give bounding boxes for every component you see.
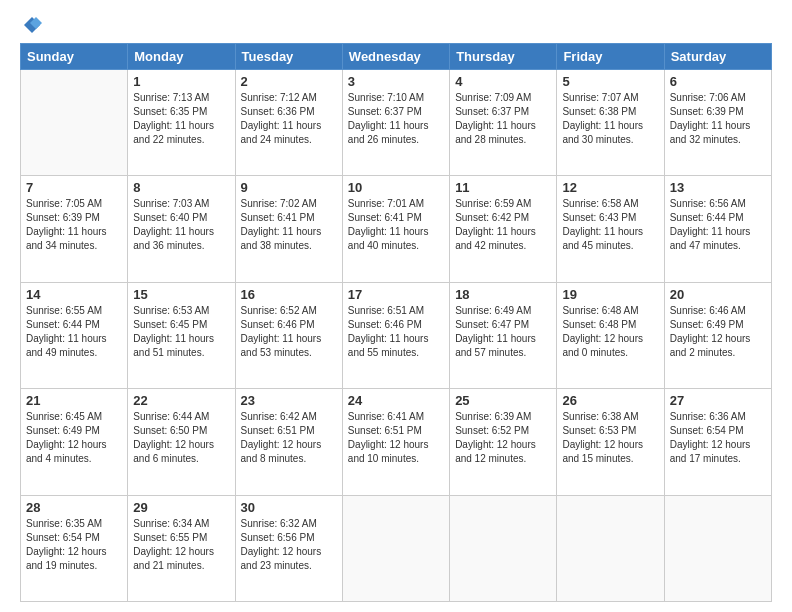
calendar-cell: 5Sunrise: 7:07 AM Sunset: 6:38 PM Daylig… xyxy=(557,70,664,176)
calendar-cell xyxy=(664,495,771,601)
calendar-cell: 20Sunrise: 6:46 AM Sunset: 6:49 PM Dayli… xyxy=(664,282,771,388)
day-info: Sunrise: 7:10 AM Sunset: 6:37 PM Dayligh… xyxy=(348,91,444,147)
day-info: Sunrise: 7:09 AM Sunset: 6:37 PM Dayligh… xyxy=(455,91,551,147)
day-info: Sunrise: 6:56 AM Sunset: 6:44 PM Dayligh… xyxy=(670,197,766,253)
day-number: 18 xyxy=(455,287,551,302)
day-number: 14 xyxy=(26,287,122,302)
weekday-header-tuesday: Tuesday xyxy=(235,44,342,70)
day-number: 4 xyxy=(455,74,551,89)
calendar-cell: 25Sunrise: 6:39 AM Sunset: 6:52 PM Dayli… xyxy=(450,389,557,495)
day-info: Sunrise: 6:36 AM Sunset: 6:54 PM Dayligh… xyxy=(670,410,766,466)
calendar-cell: 28Sunrise: 6:35 AM Sunset: 6:54 PM Dayli… xyxy=(21,495,128,601)
day-number: 22 xyxy=(133,393,229,408)
calendar-cell: 13Sunrise: 6:56 AM Sunset: 6:44 PM Dayli… xyxy=(664,176,771,282)
day-info: Sunrise: 6:41 AM Sunset: 6:51 PM Dayligh… xyxy=(348,410,444,466)
day-number: 27 xyxy=(670,393,766,408)
calendar-cell: 15Sunrise: 6:53 AM Sunset: 6:45 PM Dayli… xyxy=(128,282,235,388)
calendar-cell: 3Sunrise: 7:10 AM Sunset: 6:37 PM Daylig… xyxy=(342,70,449,176)
week-row-2: 7Sunrise: 7:05 AM Sunset: 6:39 PM Daylig… xyxy=(21,176,772,282)
day-info: Sunrise: 7:01 AM Sunset: 6:41 PM Dayligh… xyxy=(348,197,444,253)
day-number: 24 xyxy=(348,393,444,408)
calendar-cell: 4Sunrise: 7:09 AM Sunset: 6:37 PM Daylig… xyxy=(450,70,557,176)
day-number: 19 xyxy=(562,287,658,302)
weekday-header-saturday: Saturday xyxy=(664,44,771,70)
day-info: Sunrise: 6:39 AM Sunset: 6:52 PM Dayligh… xyxy=(455,410,551,466)
calendar-cell: 11Sunrise: 6:59 AM Sunset: 6:42 PM Dayli… xyxy=(450,176,557,282)
day-number: 7 xyxy=(26,180,122,195)
logo xyxy=(20,15,42,35)
calendar-cell xyxy=(557,495,664,601)
day-info: Sunrise: 6:52 AM Sunset: 6:46 PM Dayligh… xyxy=(241,304,337,360)
day-number: 13 xyxy=(670,180,766,195)
day-info: Sunrise: 7:05 AM Sunset: 6:39 PM Dayligh… xyxy=(26,197,122,253)
day-number: 16 xyxy=(241,287,337,302)
calendar-cell xyxy=(450,495,557,601)
calendar-cell: 27Sunrise: 6:36 AM Sunset: 6:54 PM Dayli… xyxy=(664,389,771,495)
day-number: 2 xyxy=(241,74,337,89)
calendar-cell: 18Sunrise: 6:49 AM Sunset: 6:47 PM Dayli… xyxy=(450,282,557,388)
calendar-cell: 17Sunrise: 6:51 AM Sunset: 6:46 PM Dayli… xyxy=(342,282,449,388)
calendar-cell: 8Sunrise: 7:03 AM Sunset: 6:40 PM Daylig… xyxy=(128,176,235,282)
week-row-1: 1Sunrise: 7:13 AM Sunset: 6:35 PM Daylig… xyxy=(21,70,772,176)
day-number: 23 xyxy=(241,393,337,408)
header xyxy=(20,15,772,35)
calendar-cell: 16Sunrise: 6:52 AM Sunset: 6:46 PM Dayli… xyxy=(235,282,342,388)
weekday-header-friday: Friday xyxy=(557,44,664,70)
day-info: Sunrise: 6:53 AM Sunset: 6:45 PM Dayligh… xyxy=(133,304,229,360)
day-number: 9 xyxy=(241,180,337,195)
calendar-cell: 30Sunrise: 6:32 AM Sunset: 6:56 PM Dayli… xyxy=(235,495,342,601)
weekday-header-thursday: Thursday xyxy=(450,44,557,70)
day-info: Sunrise: 6:46 AM Sunset: 6:49 PM Dayligh… xyxy=(670,304,766,360)
day-info: Sunrise: 6:45 AM Sunset: 6:49 PM Dayligh… xyxy=(26,410,122,466)
day-number: 26 xyxy=(562,393,658,408)
calendar-table: SundayMondayTuesdayWednesdayThursdayFrid… xyxy=(20,43,772,602)
page: SundayMondayTuesdayWednesdayThursdayFrid… xyxy=(0,0,792,612)
day-number: 6 xyxy=(670,74,766,89)
day-number: 12 xyxy=(562,180,658,195)
day-info: Sunrise: 7:07 AM Sunset: 6:38 PM Dayligh… xyxy=(562,91,658,147)
day-number: 21 xyxy=(26,393,122,408)
day-info: Sunrise: 7:03 AM Sunset: 6:40 PM Dayligh… xyxy=(133,197,229,253)
weekday-header-monday: Monday xyxy=(128,44,235,70)
day-number: 20 xyxy=(670,287,766,302)
calendar-cell: 1Sunrise: 7:13 AM Sunset: 6:35 PM Daylig… xyxy=(128,70,235,176)
day-number: 5 xyxy=(562,74,658,89)
calendar-cell: 10Sunrise: 7:01 AM Sunset: 6:41 PM Dayli… xyxy=(342,176,449,282)
calendar-cell xyxy=(21,70,128,176)
day-number: 8 xyxy=(133,180,229,195)
week-row-5: 28Sunrise: 6:35 AM Sunset: 6:54 PM Dayli… xyxy=(21,495,772,601)
day-info: Sunrise: 7:12 AM Sunset: 6:36 PM Dayligh… xyxy=(241,91,337,147)
day-info: Sunrise: 6:32 AM Sunset: 6:56 PM Dayligh… xyxy=(241,517,337,573)
calendar-cell: 24Sunrise: 6:41 AM Sunset: 6:51 PM Dayli… xyxy=(342,389,449,495)
calendar-cell: 7Sunrise: 7:05 AM Sunset: 6:39 PM Daylig… xyxy=(21,176,128,282)
calendar-cell: 21Sunrise: 6:45 AM Sunset: 6:49 PM Dayli… xyxy=(21,389,128,495)
calendar-cell: 2Sunrise: 7:12 AM Sunset: 6:36 PM Daylig… xyxy=(235,70,342,176)
calendar-cell: 9Sunrise: 7:02 AM Sunset: 6:41 PM Daylig… xyxy=(235,176,342,282)
calendar-cell: 6Sunrise: 7:06 AM Sunset: 6:39 PM Daylig… xyxy=(664,70,771,176)
calendar-cell: 19Sunrise: 6:48 AM Sunset: 6:48 PM Dayli… xyxy=(557,282,664,388)
day-info: Sunrise: 6:48 AM Sunset: 6:48 PM Dayligh… xyxy=(562,304,658,360)
day-info: Sunrise: 6:51 AM Sunset: 6:46 PM Dayligh… xyxy=(348,304,444,360)
day-number: 15 xyxy=(133,287,229,302)
day-number: 11 xyxy=(455,180,551,195)
day-number: 28 xyxy=(26,500,122,515)
weekday-header-wednesday: Wednesday xyxy=(342,44,449,70)
calendar-cell: 29Sunrise: 6:34 AM Sunset: 6:55 PM Dayli… xyxy=(128,495,235,601)
week-row-4: 21Sunrise: 6:45 AM Sunset: 6:49 PM Dayli… xyxy=(21,389,772,495)
day-number: 3 xyxy=(348,74,444,89)
day-info: Sunrise: 6:49 AM Sunset: 6:47 PM Dayligh… xyxy=(455,304,551,360)
day-info: Sunrise: 6:58 AM Sunset: 6:43 PM Dayligh… xyxy=(562,197,658,253)
day-number: 10 xyxy=(348,180,444,195)
day-info: Sunrise: 7:02 AM Sunset: 6:41 PM Dayligh… xyxy=(241,197,337,253)
logo-icon xyxy=(22,15,42,35)
day-info: Sunrise: 6:55 AM Sunset: 6:44 PM Dayligh… xyxy=(26,304,122,360)
calendar-cell: 22Sunrise: 6:44 AM Sunset: 6:50 PM Dayli… xyxy=(128,389,235,495)
day-info: Sunrise: 6:34 AM Sunset: 6:55 PM Dayligh… xyxy=(133,517,229,573)
day-info: Sunrise: 6:38 AM Sunset: 6:53 PM Dayligh… xyxy=(562,410,658,466)
calendar-cell xyxy=(342,495,449,601)
day-number: 1 xyxy=(133,74,229,89)
calendar-cell: 12Sunrise: 6:58 AM Sunset: 6:43 PM Dayli… xyxy=(557,176,664,282)
day-number: 25 xyxy=(455,393,551,408)
weekday-header-sunday: Sunday xyxy=(21,44,128,70)
day-info: Sunrise: 6:59 AM Sunset: 6:42 PM Dayligh… xyxy=(455,197,551,253)
